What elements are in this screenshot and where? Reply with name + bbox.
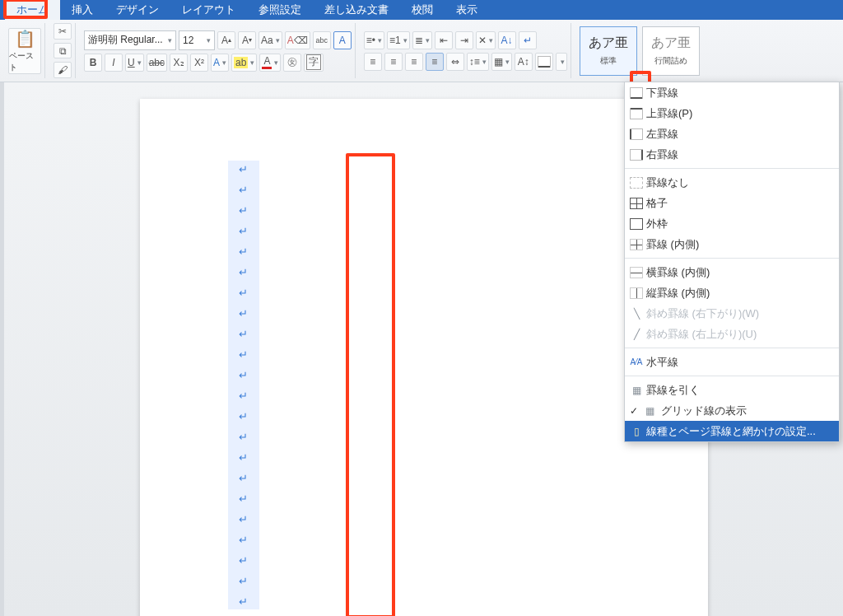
chevron-down-icon: ▾ xyxy=(165,36,172,44)
tab-view[interactable]: 表示 xyxy=(445,0,489,21)
style-nospace-label: 行間詰め xyxy=(654,55,687,67)
highlight-button[interactable]: ab▾ xyxy=(231,54,257,72)
shrink-font-button[interactable]: A▾ xyxy=(238,31,256,49)
font-name-select[interactable]: 游明朝 Regular...▾ xyxy=(84,30,176,50)
tab-layout[interactable]: レイアウト xyxy=(170,0,247,21)
cut-button[interactable]: ✂ xyxy=(54,23,72,40)
font-name-value: 游明朝 Regular... xyxy=(88,33,163,47)
paragraph-mark-icon: ↵ xyxy=(239,226,248,236)
page-icon: ▯ xyxy=(630,425,643,438)
menu-border-outer[interactable]: 外枠 xyxy=(625,213,839,234)
menu-border-inner-v[interactable]: 縦罫線 (内側) xyxy=(625,282,839,303)
tab-references[interactable]: 参照設定 xyxy=(247,0,313,21)
menu-separator xyxy=(625,348,839,348)
menu-border-inner-h[interactable]: 横罫線 (内側) xyxy=(625,262,839,282)
copy-button[interactable]: ⧉ xyxy=(54,43,72,59)
menu-border-inner[interactable]: 罫線 (内側) xyxy=(625,234,839,254)
grid-icon: ▦ xyxy=(643,404,656,418)
paragraph-mark-icon: ↵ xyxy=(239,246,248,257)
paste-button[interactable]: 📋 ペースト xyxy=(8,28,41,74)
border-bottom-icon xyxy=(630,87,643,99)
superscript-button[interactable]: X² xyxy=(190,54,208,72)
asian-layout-button[interactable]: ✕▾ xyxy=(476,31,496,49)
distribute-button[interactable]: ⇔ xyxy=(446,53,464,71)
menu-border-all[interactable]: 格子 xyxy=(625,193,839,213)
decrease-indent-button[interactable]: ⇤ xyxy=(435,31,453,49)
border-right-icon xyxy=(630,149,643,161)
style-nospace[interactable]: あア亜 行間詰め xyxy=(642,26,700,76)
border-inner-v-icon xyxy=(630,287,643,299)
borders-dropdown-button[interactable]: ▾ xyxy=(556,53,567,71)
border-inner-icon xyxy=(630,239,643,250)
font-color-button[interactable]: A▾ xyxy=(259,54,281,72)
character-shading-button[interactable]: 字 xyxy=(304,54,324,72)
borders-button[interactable] xyxy=(535,53,553,71)
character-border-button[interactable]: A xyxy=(333,31,352,49)
menu-border-right[interactable]: 右罫線 xyxy=(625,144,839,165)
menu-border-diag-up: ╱斜め罫線 (右上がり)(U) xyxy=(625,324,839,344)
tab-review[interactable]: 校閲 xyxy=(400,0,445,21)
paragraph-mark-icon: ↵ xyxy=(239,534,248,545)
check-icon: ✓ xyxy=(630,405,638,417)
clipboard-icon: 📋 xyxy=(15,29,35,49)
paragraph-mark-icon: ↵ xyxy=(239,164,248,175)
numbering-button[interactable]: ≡1▾ xyxy=(387,31,410,49)
chevron-down-icon: ▾ xyxy=(204,36,211,44)
tab-home[interactable]: ホーム xyxy=(5,0,60,21)
bullets-button[interactable]: ≡•▾ xyxy=(364,31,384,49)
phonetic-guide-button[interactable]: abc xyxy=(313,31,331,49)
change-case-button[interactable]: Aa▾ xyxy=(258,31,282,49)
tab-mailings[interactable]: 差し込み文書 xyxy=(313,0,400,21)
align-center-button[interactable]: ≡ xyxy=(384,53,403,71)
shading-button[interactable]: ▦▾ xyxy=(491,53,512,71)
style-sample: あア亜 xyxy=(651,35,691,52)
chevron-down-icon: ▾ xyxy=(558,58,565,66)
bold-button[interactable]: B xyxy=(84,54,102,72)
menu-border-left[interactable]: 左罫線 xyxy=(625,124,839,144)
clear-format-button[interactable]: A⌫ xyxy=(285,31,310,49)
align-right-button[interactable]: ≡ xyxy=(405,53,423,71)
grow-font-button[interactable]: A▴ xyxy=(217,31,235,49)
text-direction-button[interactable]: A↕ xyxy=(515,53,533,71)
paragraph-mark-icon: ↵ xyxy=(239,514,248,525)
tab-design[interactable]: デザイン xyxy=(105,0,170,21)
font-size-select[interactable]: 12▾ xyxy=(179,30,215,50)
subscript-button[interactable]: X₂ xyxy=(170,54,188,72)
paragraph-mark-icon: ↵ xyxy=(239,596,248,607)
border-icon xyxy=(538,56,551,68)
menu-border-bottom[interactable]: 下罫線 xyxy=(625,82,839,103)
enclose-char-button[interactable]: ㊛ xyxy=(283,54,301,72)
document-page[interactable]: ↵ ↵ ↵ ↵ ↵ ↵ ↵ ↵ ↵ ↵ ↵ ↵ ↵ ↵ ↵ ↵ ↵ ↵ ↵ ↵ xyxy=(140,99,708,616)
paragraph-mark-icon: ↵ xyxy=(239,493,248,504)
style-normal-label: 標準 xyxy=(600,55,617,67)
paragraph-mark-icon: ↵ xyxy=(239,370,248,380)
paragraph-mark-icon: ↵ xyxy=(239,267,248,278)
border-inner-h-icon xyxy=(630,267,643,278)
italic-button[interactable]: I xyxy=(105,54,123,72)
menu-show-gridlines[interactable]: ✓▦グリッド線の表示 xyxy=(625,400,839,421)
tab-insert[interactable]: 挿入 xyxy=(60,0,105,21)
menu-borders-settings[interactable]: ▯線種とページ罫線と網かけの設定... xyxy=(625,421,839,441)
justify-button[interactable]: ≡ xyxy=(426,53,444,71)
line-spacing-button[interactable]: ↕≡▾ xyxy=(467,53,489,71)
style-normal[interactable]: あア亜 標準 xyxy=(580,26,637,76)
group-styles: あア亜 標準 あア亜 行間詰め xyxy=(576,23,703,78)
format-painter-button[interactable]: 🖌 xyxy=(54,62,72,78)
selected-text-column[interactable]: ↵ ↵ ↵ ↵ ↵ ↵ ↵ ↵ ↵ ↵ ↵ ↵ ↵ ↵ ↵ ↵ ↵ ↵ ↵ ↵ xyxy=(228,161,259,609)
increase-indent-button[interactable]: ⇥ xyxy=(455,31,473,49)
align-left-button[interactable]: ≡ xyxy=(364,53,382,71)
text-effects-button[interactable]: A▾ xyxy=(211,54,229,72)
show-marks-button[interactable]: ↵ xyxy=(519,31,537,49)
menu-border-top[interactable]: 上罫線(P) xyxy=(625,103,839,124)
menu-border-none[interactable]: 罫線なし xyxy=(625,172,839,193)
menu-horizontal-line[interactable]: A⁄A水平線 xyxy=(625,352,839,372)
underline-button[interactable]: U▾ xyxy=(125,54,144,72)
hline-icon: A⁄A xyxy=(630,356,643,369)
diag-up-icon: ╱ xyxy=(630,328,643,341)
menu-draw-border[interactable]: ▦罫線を引く xyxy=(625,380,839,400)
strike-button[interactable]: abc xyxy=(147,54,167,72)
group-paragraph: ≡•▾ ≡1▾ ≣▾ ⇤ ⇥ ✕▾ A↓ ↵ ≡ ≡ ≡ ≡ ⇔ ↕≡▾ ▦▾ … xyxy=(361,23,571,78)
sort-button[interactable]: A↓ xyxy=(498,31,516,49)
border-none-icon xyxy=(630,177,643,189)
multilevel-button[interactable]: ≣▾ xyxy=(412,31,432,49)
